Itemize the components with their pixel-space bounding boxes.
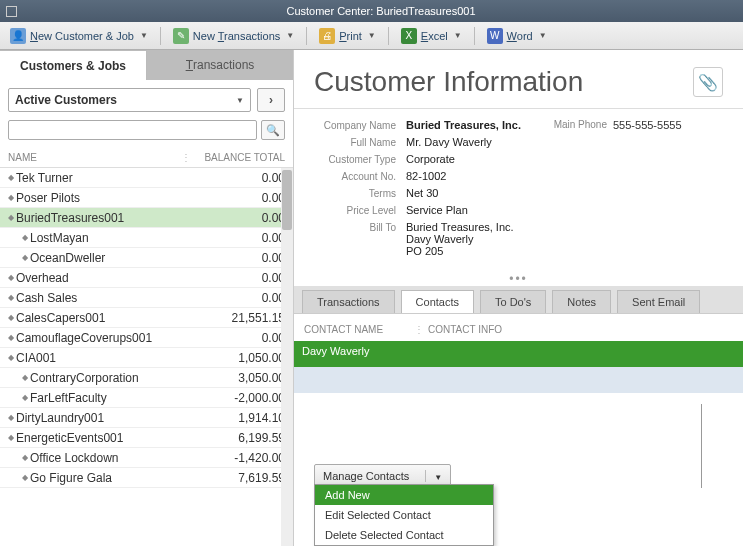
excel-button[interactable]: X Excel ▼ [397,26,466,46]
list-item[interactable]: ◆BuriedTreasures0010.00 [0,208,293,228]
tab-sent-email[interactable]: Sent Email [617,290,700,313]
diamond-icon: ◆ [22,233,28,242]
expand-handle[interactable]: ••• [294,272,743,286]
search-input[interactable] [8,120,257,140]
column-handle-icon[interactable]: ⋮ [414,324,424,335]
billto-label: Bill To [314,221,406,233]
pricelevel-value: Service Plan [406,204,723,216]
diamond-icon: ◆ [8,193,14,202]
list-item[interactable]: ◆CIA0011,050.00 [0,348,293,368]
menu-delete-contact[interactable]: Delete Selected Contact [315,525,493,545]
print-button[interactable]: 🖨 Print ▼ [315,26,380,46]
scrollbar[interactable] [281,168,293,546]
phone-label: Main Phone [553,119,613,131]
item-balance: 6,199.59 [205,431,285,445]
item-balance: 7,619.59 [205,471,285,485]
list-item[interactable]: ◆Office Lockdown-1,420.00 [0,448,293,468]
company-value: Buried Treasures, Inc. [406,119,553,131]
list-item[interactable]: ◆DirtyLaundry0011,914.10 [0,408,293,428]
diamond-icon: ◆ [8,293,14,302]
list-item[interactable]: ◆CamouflageCoverups0010.00 [0,328,293,348]
info-grid: Company Name Buried Treasures, Inc. Main… [294,109,743,272]
item-balance: 1,914.10 [205,411,285,425]
tab-customers-jobs[interactable]: Customers & Jobs [0,50,147,80]
item-balance: 0.00 [205,251,285,265]
search-button[interactable]: 🔍 [261,120,285,140]
search-icon: 🔍 [266,124,280,137]
separator [306,27,307,45]
window-control-icon[interactable] [6,6,17,17]
tab-todos[interactable]: To Do's [480,290,546,313]
contact-row-empty[interactable] [294,367,743,393]
list-item[interactable]: ◆FarLeftFaculty-2,000.00 [0,388,293,408]
left-panel: Customers & Jobs Transactions Active Cus… [0,50,294,546]
list-item[interactable]: ◆EnergeticEvents0016,199.59 [0,428,293,448]
item-name: Go Figure Gala [30,471,112,485]
diamond-icon: ◆ [8,273,14,282]
item-name: OceanDweller [30,251,105,265]
tab-contacts[interactable]: Contacts [401,290,474,313]
list-item[interactable]: ◆ContraryCorporation3,050.00 [0,368,293,388]
col-contact-info: CONTACT INFO [428,324,502,335]
diamond-icon: ◆ [22,253,28,262]
list-item[interactable]: ◆Cash Sales0.00 [0,288,293,308]
item-name: Tek Turner [16,171,73,185]
col-contact-name: CONTACT NAME [304,324,414,335]
word-icon: W [487,28,503,44]
tab-transactions-detail[interactable]: Transactions [302,290,395,313]
new-customer-button[interactable]: 👤 New Customer & Job ▼ [6,26,152,46]
terms-value: Net 30 [406,187,723,199]
chevron-right-icon: › [269,93,273,107]
item-balance: 0.00 [205,231,285,245]
contact-row[interactable]: Davy Waverly [294,341,743,367]
customer-filter-label: Active Customers [15,93,117,107]
excel-icon: X [401,28,417,44]
fullname-value: Mr. Davy Waverly [406,136,723,148]
menu-edit-contact[interactable]: Edit Selected Contact [315,505,493,525]
item-balance: 0.00 [205,171,285,185]
list-item[interactable]: ◆OceanDweller0.00 [0,248,293,268]
column-divider[interactable] [701,404,702,488]
diamond-icon: ◆ [8,433,14,442]
list-item[interactable]: ◆Tek Turner0.00 [0,168,293,188]
list-item[interactable]: ◆Go Figure Gala7,619.59 [0,468,293,488]
list-item[interactable]: ◆Poser Pilots0.00 [0,188,293,208]
item-name: FarLeftFaculty [30,391,107,405]
contacts-header: CONTACT NAME ⋮ CONTACT INFO [294,314,743,341]
acct-value: 82-1002 [406,170,723,182]
customer-filter-combo[interactable]: Active Customers ▼ [8,88,251,112]
item-name: EnergeticEvents001 [16,431,123,445]
manage-contacts-label: Manage Contacts [323,470,409,482]
chevron-down-icon: ▼ [434,473,442,482]
item-balance: -1,420.00 [205,451,285,465]
manage-contacts-menu: Add New Edit Selected Contact Delete Sel… [314,484,494,546]
list-item[interactable]: ◆CalesCapers00121,551.15 [0,308,293,328]
diamond-icon: ◆ [22,373,28,382]
item-balance: 1,050.00 [205,351,285,365]
chevron-down-icon: ▼ [368,31,376,40]
word-button[interactable]: W Word ▼ [483,26,551,46]
left-tabs: Customers & Jobs Transactions [0,50,293,80]
menu-add-new[interactable]: Add New [315,485,493,505]
item-name: Office Lockdown [30,451,119,465]
list-item[interactable]: ◆Overhead0.00 [0,268,293,288]
diamond-icon: ◆ [8,173,14,182]
item-balance: 0.00 [205,211,285,225]
new-transactions-button[interactable]: ✎ New Transactions ▼ [169,26,298,46]
tab-notes[interactable]: Notes [552,290,611,313]
item-balance: 0.00 [205,191,285,205]
pricelevel-label: Price Level [314,204,406,216]
contact-info [404,341,743,367]
scrollbar-thumb[interactable] [282,170,292,230]
diamond-icon: ◆ [22,473,28,482]
acct-label: Account No. [314,170,406,182]
expand-button[interactable]: › [257,88,285,112]
item-name: DirtyLaundry001 [16,411,104,425]
diamond-icon: ◆ [8,413,14,422]
column-handle-icon[interactable]: ⋮ [181,152,191,163]
col-name: NAME [8,152,181,163]
terms-label: Terms [314,187,406,199]
list-item[interactable]: ◆LostMayan0.00 [0,228,293,248]
tab-transactions[interactable]: Transactions [147,50,293,80]
attachment-button[interactable]: 📎 [693,67,723,97]
